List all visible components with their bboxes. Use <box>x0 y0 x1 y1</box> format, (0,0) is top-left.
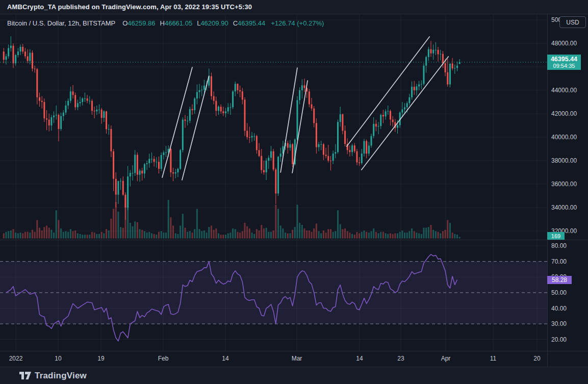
candlestick <box>313 109 315 123</box>
ohlc-pair: H46661.05 <box>160 19 193 27</box>
candlestick <box>337 122 339 152</box>
candlestick <box>270 151 272 158</box>
volume-bar <box>459 237 461 239</box>
volume-bar <box>349 233 350 238</box>
candlestick <box>385 111 387 116</box>
volume-bar <box>335 231 336 238</box>
candlestick <box>43 102 45 118</box>
candlestick <box>215 101 217 111</box>
candlestick <box>287 143 289 148</box>
candlestick <box>96 110 97 111</box>
volume-bar <box>340 224 341 239</box>
volume-bar <box>394 233 396 238</box>
volume-bar <box>199 229 200 238</box>
candlestick <box>432 50 434 54</box>
candlestick <box>280 153 282 157</box>
time-tick-label: 14 <box>222 355 228 362</box>
volume-bar <box>154 234 155 239</box>
publish-bar: AMBCrypto_TA published on TradingView.co… <box>0 0 588 14</box>
candlestick <box>342 114 343 131</box>
candlestick <box>132 173 134 173</box>
candlestick <box>194 98 195 110</box>
volume-bar <box>192 233 193 238</box>
candlestick <box>134 155 136 173</box>
volume-bar <box>158 232 160 239</box>
candlestick <box>227 107 229 111</box>
volume-bar <box>256 229 258 238</box>
volume-bar <box>378 233 379 238</box>
volume-bar <box>201 231 202 238</box>
volume-bar <box>447 220 448 238</box>
candlestick <box>449 64 451 85</box>
candlestick <box>60 116 62 129</box>
candlestick <box>98 110 100 110</box>
candlestick <box>110 129 112 151</box>
volume-bar <box>58 220 59 238</box>
volume-bar <box>194 229 195 238</box>
volume-bar <box>235 229 236 238</box>
volume-bar <box>285 233 286 238</box>
time-tick-label: 23 <box>397 355 404 362</box>
candlestick <box>22 47 23 52</box>
candlestick <box>371 136 372 146</box>
chart-canvas[interactable] <box>0 0 588 384</box>
volume-bar <box>411 228 413 239</box>
time-tick-label: 20 <box>533 355 540 362</box>
candlestick <box>189 109 191 121</box>
volume-bar <box>309 231 310 239</box>
candlestick <box>89 101 90 101</box>
volume-bar <box>60 228 62 239</box>
volume-bar <box>449 223 451 239</box>
candlestick <box>146 163 148 164</box>
volume-bar <box>72 231 74 238</box>
currency-toggle-button[interactable]: USD <box>559 16 586 28</box>
volume-bar <box>342 229 343 238</box>
volume-bar <box>22 233 23 238</box>
volume-bar <box>253 234 255 239</box>
volume-bar <box>196 209 198 239</box>
candlestick <box>163 152 164 155</box>
candlestick <box>225 111 226 113</box>
volume-bar <box>225 235 226 238</box>
candlestick <box>124 195 126 208</box>
candlestick <box>440 54 441 55</box>
candlestick <box>199 90 200 92</box>
rsi-tick-label: 50.00 <box>551 289 567 296</box>
volume-bar <box>106 229 107 238</box>
trend-line[interactable] <box>347 37 429 146</box>
candlestick <box>144 164 145 173</box>
volume-bar <box>161 231 162 238</box>
candlestick <box>53 115 55 117</box>
candlestick <box>213 96 215 101</box>
volume-bar <box>222 235 224 238</box>
volume-bar <box>82 235 83 238</box>
volume-bar <box>244 223 245 239</box>
volume-bar <box>351 234 353 239</box>
volume-bar <box>380 232 381 239</box>
candlestick <box>323 144 324 155</box>
volume-bar <box>454 234 455 239</box>
volume-bar <box>399 232 401 239</box>
trend-line[interactable] <box>362 57 448 170</box>
volume-bar <box>34 232 36 239</box>
volume-bar <box>10 231 12 239</box>
volume-bar <box>313 228 315 239</box>
price-tick-label: 36000.00 <box>551 181 577 188</box>
candlestick <box>113 151 114 179</box>
volume-bar <box>48 228 50 239</box>
candlestick <box>175 172 176 173</box>
volume-bar <box>354 235 355 238</box>
candlestick <box>203 86 205 90</box>
candlestick <box>423 66 424 84</box>
candlestick <box>333 153 334 161</box>
volume-bar <box>20 233 21 238</box>
volume-bar <box>89 235 90 238</box>
volume-bar <box>249 228 250 239</box>
tradingview-logo[interactable]: TradingView <box>19 371 87 381</box>
volume-bar <box>440 233 441 238</box>
volume-bar <box>96 234 97 239</box>
candlestick <box>392 120 394 122</box>
candlestick <box>390 111 391 120</box>
trend-line[interactable] <box>162 67 192 177</box>
volume-bar <box>323 231 324 239</box>
